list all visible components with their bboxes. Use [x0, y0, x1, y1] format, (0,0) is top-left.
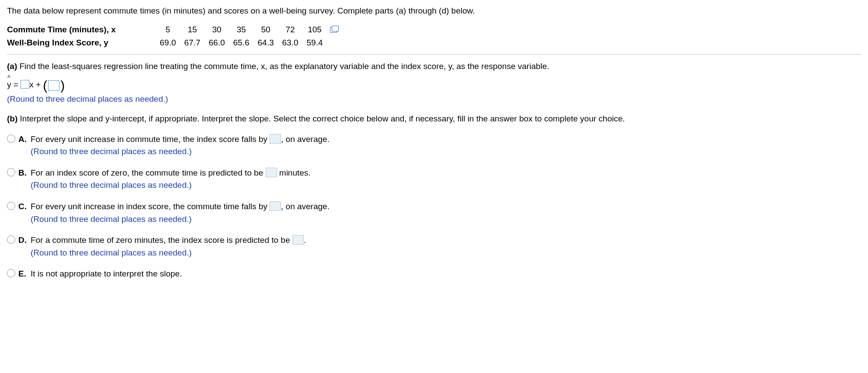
choice-b-hint: (Round to three decimal places as needed…: [31, 180, 861, 191]
choice-letter: A.: [18, 133, 31, 145]
choice-c-input[interactable]: [270, 201, 281, 211]
y-val: 59.4: [302, 37, 327, 49]
part-b: (b) Interpret the slope and y-intercept,…: [7, 113, 861, 125]
divider: [7, 54, 861, 55]
choice-c-pre: For every unit increase in index score, …: [31, 202, 270, 211]
row-y-label: Well-Being Index Score, y: [7, 37, 156, 49]
choice-c-post: , on average.: [281, 202, 330, 211]
choice-b-pre: For an index score of zero, the commute …: [31, 168, 266, 177]
choice-d-input[interactable]: [292, 235, 304, 245]
choice-b: B. For an index score of zero, the commu…: [7, 166, 861, 191]
regression-equation: ^y = x + (): [7, 79, 861, 91]
x-val: 5: [156, 24, 180, 36]
choice-b-input[interactable]: [266, 168, 277, 177]
choice-letter: B.: [18, 166, 31, 179]
choice-d-post: .: [304, 235, 306, 245]
y-val: 65.6: [229, 37, 253, 49]
x-plus-text: x +: [29, 80, 43, 89]
y-val: 69.0: [156, 37, 180, 49]
y-val: 64.3: [253, 37, 278, 49]
data-table: Commute Time (minutes), x 5 15 30 35 50 …: [7, 24, 861, 49]
choice-a-post: , on average.: [281, 135, 330, 144]
choice-a-pre: For every unit increase in commute time,…: [31, 135, 270, 144]
problem-intro: The data below represent commute times (…: [7, 5, 861, 17]
choice-d-pre: For a commute time of zero minutes, the …: [31, 235, 292, 245]
x-val: 35: [229, 24, 253, 36]
part-a-label: (a): [7, 62, 17, 71]
part-a: (a) Find the least-squares regression li…: [7, 61, 861, 105]
choice-list: A. For every unit increase in commute ti…: [7, 133, 861, 280]
part-b-text: Interpret the slope and y-intercept, if …: [20, 114, 625, 123]
choice-d-hint: (Round to three decimal places as needed…: [31, 247, 861, 259]
choice-a-input[interactable]: [270, 134, 281, 144]
y-hat-symbol: ^y: [7, 79, 11, 91]
choice-c: C. For every unit increase in index scor…: [7, 200, 861, 225]
radio-b[interactable]: [7, 168, 15, 176]
x-val: 15: [180, 24, 205, 36]
choice-a-hint: (Round to three decimal places as needed…: [31, 146, 861, 158]
y-val: 67.7: [180, 37, 205, 49]
row-x-label: Commute Time (minutes), x: [7, 24, 156, 36]
y-val: 66.0: [205, 37, 229, 49]
radio-a[interactable]: [7, 135, 15, 143]
radio-c[interactable]: [7, 202, 15, 210]
part-a-hint: (Round to three decimal places as needed…: [7, 93, 861, 105]
choice-letter: E.: [18, 267, 31, 280]
choice-b-post: minutes.: [277, 168, 311, 177]
equals-sign: =: [11, 80, 21, 89]
x-val: 105: [302, 24, 327, 36]
x-val: 72: [278, 24, 302, 36]
x-val: 30: [205, 24, 229, 36]
choice-letter: D.: [18, 234, 31, 246]
intercept-paren: (): [43, 80, 65, 91]
choice-a: A. For every unit increase in commute ti…: [7, 133, 861, 158]
slope-input[interactable]: [21, 80, 29, 89]
choice-e: E. It is not appropriate to interpret th…: [7, 267, 861, 280]
choice-letter: C.: [18, 200, 31, 213]
y-val: 63.0: [278, 37, 302, 49]
intercept-input[interactable]: [48, 80, 59, 91]
choice-d: D. For a commute time of zero minutes, t…: [7, 234, 861, 259]
radio-d[interactable]: [7, 235, 15, 244]
part-a-text: Find the least-squares regression line t…: [20, 62, 549, 71]
part-b-label: (b): [7, 114, 17, 123]
choice-e-text: It is not appropriate to interpret the s…: [31, 269, 182, 278]
choice-c-hint: (Round to three decimal places as needed…: [31, 214, 861, 225]
radio-e[interactable]: [7, 269, 15, 277]
copy-data-icon[interactable]: [330, 27, 337, 33]
x-val: 50: [253, 24, 278, 36]
